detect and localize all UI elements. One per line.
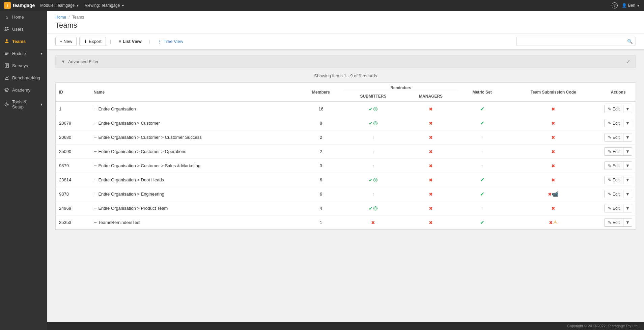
team-tree-icon: ⊢	[93, 149, 97, 154]
cell-metric-set: ↑	[458, 159, 506, 173]
help-button[interactable]: ?	[612, 2, 618, 8]
team-tree-icon: ⊢	[93, 107, 97, 111]
viewing-selector[interactable]: Viewing: Teamgage ▼	[85, 3, 124, 8]
search-container: 🔍	[516, 37, 636, 46]
action-group: ✎ Edit ▼	[604, 119, 632, 127]
export-button[interactable]: ⬇ Export	[79, 37, 106, 46]
edit-button[interactable]: ✎ Edit	[605, 162, 623, 170]
module-selector[interactable]: Module: Teamgage ▼	[40, 3, 79, 8]
col-header-submission-code: Team Submission Code	[506, 83, 601, 102]
edit-button[interactable]: ✎ Edit	[605, 219, 623, 226]
edit-icon: ✎	[608, 149, 611, 154]
edit-dropdown-button[interactable]: ▼	[623, 219, 632, 226]
edit-dropdown-icon: ▼	[625, 121, 630, 126]
cell-members: 16	[299, 102, 343, 116]
sidebar-item-benchmarking[interactable]: Benchmarking	[0, 72, 47, 84]
edit-label: Edit	[613, 192, 620, 197]
action-group: ✎ Edit ▼	[604, 218, 632, 227]
breadcrumb-home[interactable]: Home	[55, 15, 66, 20]
sidebar-item-huddle[interactable]: Huddle ▼	[0, 47, 47, 59]
edit-button[interactable]: ✎ Edit	[605, 148, 623, 155]
edit-dropdown-button[interactable]: ▼	[623, 133, 632, 141]
edit-label: Edit	[613, 178, 620, 182]
svg-rect-0	[5, 27, 6, 28]
edit-dropdown-icon: ▼	[625, 177, 630, 182]
edit-dropdown-icon: ▼	[625, 149, 630, 154]
x-icon: ✖	[429, 121, 433, 126]
sidebar-item-tools[interactable]: Tools & Setup ▼	[0, 96, 47, 113]
logo[interactable]: t teamgage	[4, 2, 35, 9]
cell-submission-code: ✖	[506, 159, 601, 173]
sidebar-item-home[interactable]: ⌂ Home	[0, 11, 47, 23]
breadcrumb-separator: /	[68, 15, 69, 20]
cell-submitters: ↑	[343, 187, 403, 201]
x-icon: ✖	[429, 135, 433, 140]
breadcrumb-current: Teams	[72, 15, 84, 20]
cell-id: 25353	[56, 215, 90, 230]
edit-button[interactable]: ✎ Edit	[605, 204, 623, 212]
search-button[interactable]: 🔍	[624, 37, 636, 46]
teams-table: ID Name Members Reminders Metric Set Tea…	[55, 82, 636, 230]
edit-icon: ✎	[608, 192, 611, 197]
col-header-name: Name	[90, 83, 299, 102]
cell-submission-code: ✖	[506, 145, 601, 159]
home-icon: ⌂	[4, 14, 9, 20]
cell-name: ⊢Entire Organisation > Customer > Custom…	[90, 130, 299, 145]
sidebar-item-users[interactable]: Users	[0, 23, 47, 35]
cell-managers: ✖	[403, 201, 458, 215]
edit-icon: ✎	[608, 107, 611, 111]
edit-dropdown-button[interactable]: ▼	[623, 105, 632, 113]
edit-dropdown-button[interactable]: ▼	[623, 148, 632, 155]
edit-button[interactable]: ✎ Edit	[605, 119, 623, 127]
edit-dropdown-button[interactable]: ▼	[623, 190, 632, 198]
user-label: Ben	[628, 3, 635, 8]
new-button[interactable]: + New	[55, 37, 77, 46]
list-view-button[interactable]: ≡ List View	[115, 37, 145, 46]
huddle-icon	[4, 51, 9, 56]
edit-dropdown-button[interactable]: ▼	[623, 204, 632, 212]
x-icon: ✖	[551, 121, 555, 126]
edit-dropdown-button[interactable]: ▼	[623, 162, 632, 170]
sidebar: ⌂ Home Users Teams Huddle ▼ Surv	[0, 11, 47, 330]
sidebar-item-surveys[interactable]: Surveys	[0, 59, 47, 72]
edit-label: Edit	[613, 220, 620, 225]
inherit-icon: ↑	[481, 149, 483, 154]
edit-dropdown-button[interactable]: ▼	[623, 176, 632, 184]
edit-button[interactable]: ✎ Edit	[605, 133, 623, 141]
sidebar-label-tools: Tools & Setup	[12, 99, 37, 109]
cell-members: 8	[299, 116, 343, 130]
col-header-metric-set: Metric Set	[458, 83, 506, 102]
action-group: ✎ Edit ▼	[604, 190, 632, 198]
cell-members: 2	[299, 130, 343, 145]
col-header-managers: MANAGERS	[403, 91, 458, 102]
team-tree-icon: ⊢	[93, 163, 97, 168]
x-icon: ✖	[371, 220, 375, 225]
edit-button[interactable]: ✎ Edit	[605, 190, 623, 198]
warning-icon: ⚠	[553, 220, 558, 225]
cell-submission-code: ✖⚠	[506, 215, 601, 230]
edit-icon: ✎	[608, 220, 611, 225]
x-icon: ✖	[429, 106, 433, 112]
tree-view-button[interactable]: ⋮ Tree View	[154, 37, 187, 46]
cell-name: ⊢Entire Organisation	[90, 102, 299, 116]
user-menu[interactable]: 👤 Ben ▼	[622, 3, 640, 8]
search-input[interactable]	[516, 37, 624, 46]
col-header-members: Members	[299, 83, 343, 102]
cell-managers: ✖	[403, 159, 458, 173]
cell-submitters: ✔ ↻	[343, 201, 403, 215]
sidebar-item-teams[interactable]: Teams	[0, 35, 47, 47]
expand-icon[interactable]: ⤢	[626, 59, 630, 64]
edit-dropdown-button[interactable]: ▼	[623, 119, 632, 127]
cell-name: ⊢Entire Organisation > Dept Heads	[90, 173, 299, 187]
toolbar: + New ⬇ Export | ≡ List View | ⋮ Tree Vi…	[47, 33, 644, 50]
col-header-reminders: Reminders	[343, 83, 458, 91]
edit-dropdown-icon: ▼	[625, 135, 630, 140]
sidebar-item-academy[interactable]: Academy	[0, 84, 47, 96]
cell-id: 25090	[56, 145, 90, 159]
edit-icon: ✎	[608, 121, 611, 126]
advanced-filter[interactable]: ▼ Advanced Filter ⤢	[55, 55, 636, 68]
inherit-icon: ↑	[372, 163, 374, 169]
edit-button[interactable]: ✎ Edit	[605, 105, 623, 113]
x-icon: ✖	[429, 206, 433, 211]
edit-button[interactable]: ✎ Edit	[605, 176, 623, 184]
